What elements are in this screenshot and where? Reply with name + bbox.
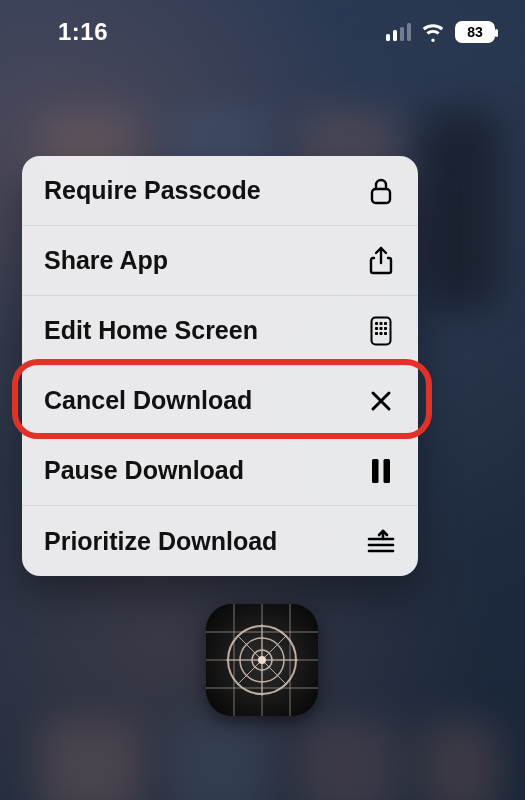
- menu-item-label: Require Passcode: [44, 176, 261, 205]
- lock-icon: [366, 176, 396, 206]
- battery-percent: 83: [467, 24, 483, 40]
- priority-icon: [366, 526, 396, 556]
- menu-item-edit-home-screen[interactable]: Edit Home Screen: [22, 296, 418, 366]
- svg-rect-3: [380, 322, 383, 325]
- cellular-icon: [386, 23, 411, 41]
- menu-item-label: Pause Download: [44, 456, 244, 485]
- svg-rect-7: [384, 327, 387, 330]
- svg-rect-5: [375, 327, 378, 330]
- svg-rect-10: [384, 332, 387, 335]
- svg-rect-6: [380, 327, 383, 330]
- close-icon: [366, 386, 396, 416]
- menu-item-label: Prioritize Download: [44, 527, 277, 556]
- menu-item-require-passcode[interactable]: Require Passcode: [22, 156, 418, 226]
- menu-item-label: Cancel Download: [44, 386, 252, 415]
- menu-item-cancel-download[interactable]: Cancel Download: [22, 366, 418, 436]
- menu-item-label: Share App: [44, 246, 168, 275]
- svg-rect-2: [375, 322, 378, 325]
- svg-rect-1: [372, 317, 391, 344]
- svg-rect-9: [380, 332, 383, 335]
- context-menu: Require Passcode Share App Edit Home Scr…: [22, 156, 418, 576]
- svg-rect-0: [372, 189, 390, 203]
- svg-rect-8: [375, 332, 378, 335]
- pause-icon: [366, 456, 396, 486]
- menu-item-label: Edit Home Screen: [44, 316, 258, 345]
- battery-icon: 83: [455, 21, 495, 43]
- status-time: 1:16: [58, 18, 108, 46]
- svg-rect-12: [384, 459, 391, 483]
- apps-grid-icon: [366, 316, 396, 346]
- svg-point-17: [258, 656, 266, 664]
- svg-rect-4: [384, 322, 387, 325]
- status-right: 83: [386, 20, 495, 44]
- menu-item-share-app[interactable]: Share App: [22, 226, 418, 296]
- downloading-app-icon[interactable]: [206, 604, 318, 716]
- menu-item-prioritize-download[interactable]: Prioritize Download: [22, 506, 418, 576]
- menu-item-pause-download[interactable]: Pause Download: [22, 436, 418, 506]
- ios-home-screen: 1:16 83 Require Passcode Shar: [0, 0, 525, 800]
- share-icon: [366, 246, 396, 276]
- status-bar: 1:16 83: [0, 0, 525, 64]
- wifi-icon: [421, 20, 445, 44]
- svg-rect-11: [372, 459, 379, 483]
